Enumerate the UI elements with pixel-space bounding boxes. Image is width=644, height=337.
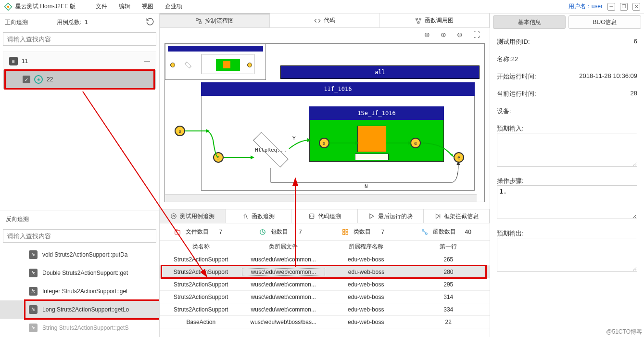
tree-child-row[interactable]: ✓ ◈ 22: [3, 70, 156, 89]
device-label: 设备:: [497, 107, 511, 116]
expect-output-textarea[interactable]: [497, 238, 637, 272]
svg-point-20: [171, 214, 177, 219]
list-item[interactable]: fxvoid Struts2ActionSupport::putDa: [0, 246, 159, 264]
list-item[interactable]: fxString Struts2ActionSupport::getS: [0, 319, 159, 337]
table-row[interactable]: Struts2ActionSupportwusc\edu\web\common.…: [160, 253, 490, 266]
end-node: e: [454, 152, 464, 163]
svg-rect-28: [343, 229, 345, 231]
start-time-value: 2018-11-28 10:36:09: [579, 72, 637, 79]
svg-rect-31: [346, 233, 348, 234]
target-icon: ◈: [34, 75, 43, 84]
tab-callgraph[interactable]: 函数调用图: [379, 13, 490, 27]
expect-input-textarea[interactable]: [497, 133, 637, 167]
svg-rect-6: [417, 22, 419, 23]
ltab-trace[interactable]: 测试用例追溯: [160, 209, 226, 223]
zoom-out-icon[interactable]: ⊖: [457, 31, 463, 39]
steps-label: 操作步骤:: [497, 177, 637, 185]
ltab-frame[interactable]: 框架拦截信息: [424, 209, 490, 223]
stat-pkgs: 包数目7: [242, 228, 325, 236]
menu-view[interactable]: 视图: [142, 2, 153, 11]
function-icon: fx: [29, 287, 38, 296]
app-logo-icon: [4, 2, 13, 11]
svg-rect-4: [416, 18, 418, 19]
table-row[interactable]: Struts2ActionSupportwusc\edu\web\common.…: [160, 303, 490, 316]
expect-output-label: 预期输出:: [497, 229, 637, 238]
fullscreen-icon[interactable]: ⛶: [473, 31, 480, 39]
user-label: 用户名：user: [568, 2, 603, 11]
parent-label: 11: [22, 58, 28, 65]
tab-bug-info[interactable]: BUG信息: [568, 15, 641, 29]
stat-funcs: 函数数目40: [407, 228, 490, 236]
svg-marker-24: [436, 214, 439, 218]
collapse-icon[interactable]: —: [144, 58, 150, 65]
center-panel: 控制流程图 代码 函数调用图 ⊕ ⊕ ⊖ ⛶ all 1If_1016 1Se_…: [160, 13, 490, 337]
function-list[interactable]: fxvoid Struts2ActionSupport::putDa fxDou…: [0, 246, 159, 337]
forward-search-input[interactable]: [3, 32, 156, 46]
svg-point-1: [7, 5, 10, 8]
horizontal-scrollbar[interactable]: [165, 194, 477, 202]
right-panel: 基本信息 BUG信息 测试用例ID:6 名称:22 开始运行时间:2018-11…: [490, 13, 644, 337]
table-row-selected[interactable]: Struts2ActionSupportwusc\edu\web\common.…: [160, 266, 490, 278]
class-table: 类名称 类所属文件 所属程序名称 第一行 Struts2ActionSuppor…: [160, 241, 490, 328]
zoom-in-icon[interactable]: ⊕: [441, 31, 446, 39]
menu-edit[interactable]: 编辑: [119, 2, 130, 11]
app-title: 星云测试 Horn-J2EE 版: [15, 2, 76, 11]
diagram-toolbar: ⊕ ⊕ ⊖ ⛶: [160, 28, 490, 41]
svg-rect-5: [419, 18, 421, 19]
block-se: 1Se_If_1016: [309, 106, 444, 120]
ltab-fn[interactable]: 函数追溯: [226, 209, 291, 223]
block-sub: [355, 154, 389, 160]
maximize-icon[interactable]: ❐: [620, 3, 628, 11]
block-action: [357, 126, 386, 152]
svg-point-21: [173, 215, 175, 217]
tab-control-flow[interactable]: 控制流程图: [160, 13, 270, 27]
menu-enterprise[interactable]: 企业项: [165, 2, 182, 11]
tab-basic-info[interactable]: 基本信息: [493, 15, 566, 29]
start-se-node: s: [319, 138, 329, 148]
list-icon: ≡: [9, 57, 18, 65]
svg-marker-23: [370, 214, 374, 218]
list-item[interactable]: fxInteger Struts2ActionSupport::get: [0, 282, 159, 300]
diagram-thumbnail[interactable]: [165, 44, 266, 80]
list-item-selected[interactable]: fxLong Struts2ActionSupport::getLo: [0, 300, 159, 319]
zoom-reset-icon[interactable]: ⊕: [424, 31, 430, 39]
stat-files: 文件数目7: [160, 228, 242, 236]
forward-trace-label: 正向追溯: [5, 18, 28, 26]
tab-code[interactable]: 代码: [270, 13, 380, 27]
watermark: @51CTO博客: [606, 328, 642, 336]
svg-rect-29: [346, 229, 348, 231]
menubar: 星云测试 Horn-J2EE 版 文件 编辑 视图 企业项 用户名：user ─…: [0, 0, 644, 13]
test-id-value: 6: [634, 38, 637, 45]
start-inner-node: s: [213, 152, 224, 163]
flow-diagram[interactable]: all 1If_1016 1Se_If_1016 HttpReq... s s …: [164, 43, 485, 202]
close-icon[interactable]: ✕: [632, 3, 640, 11]
case-count: 用例总数: 1: [57, 18, 88, 26]
list-item[interactable]: fxDouble Struts2ActionSupport::get: [0, 264, 159, 282]
function-icon: fx: [29, 269, 38, 277]
table-row[interactable]: Struts2ActionSupportwusc\edu\web\common.…: [160, 278, 490, 291]
decision-node: HttpReq...: [252, 140, 290, 159]
table-header: 类名称 类所属文件 所属程序名称 第一行: [160, 241, 490, 253]
name-label: 名称:22: [497, 55, 518, 64]
table-row[interactable]: Struts2ActionSupportwusc\edu\web\common.…: [160, 291, 490, 303]
table-row[interactable]: BaseActionwusc\edu\web\boss\bas...edu-we…: [160, 316, 490, 328]
block-if: 1If_1016: [201, 82, 475, 96]
refresh-icon[interactable]: [146, 17, 154, 27]
steps-textarea[interactable]: [497, 185, 637, 219]
tree-parent-row[interactable]: ≡ 11 —: [3, 52, 156, 70]
backward-trace-label: 反向追溯: [0, 210, 159, 228]
svg-rect-2: [196, 18, 198, 20]
svg-rect-26: [175, 230, 180, 234]
test-id-label: 测试用例ID:: [497, 38, 530, 46]
menu-file[interactable]: 文件: [96, 2, 107, 11]
svg-rect-30: [343, 233, 345, 234]
backward-search-input[interactable]: [3, 229, 156, 243]
checkbox-checked-icon[interactable]: ✓: [23, 76, 30, 83]
left-panel: 正向追溯 用例总数: 1 ≡ 11 — ✓ ◈ 22 反向追溯 fxvoid S…: [0, 13, 160, 337]
block-all: all: [280, 65, 480, 79]
stat-classes: 类数目7: [325, 228, 407, 236]
function-icon: fx: [29, 250, 38, 259]
ltab-code[interactable]: 代码追溯: [291, 209, 357, 223]
minimize-icon[interactable]: ─: [607, 3, 615, 11]
ltab-last[interactable]: 最后运行的块: [358, 209, 424, 223]
